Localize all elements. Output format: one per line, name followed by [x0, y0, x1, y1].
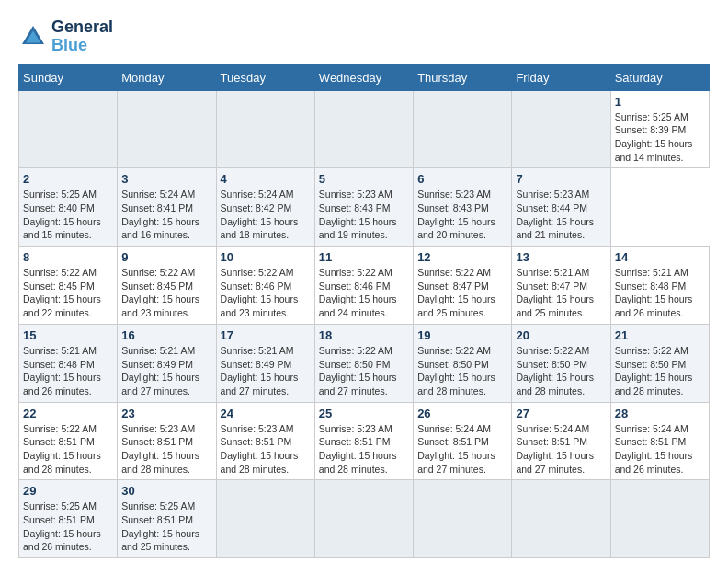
- calendar-cell: [118, 90, 216, 168]
- calendar-cell: 27 Sunrise: 5:24 AM Sunset: 8:51 PM Dayl…: [512, 402, 610, 480]
- sunset-text: Sunset: 8:42 PM: [221, 201, 311, 215]
- daylight-text: Daylight: 15 hours and 28 minutes.: [516, 371, 606, 397]
- daylight-text: Daylight: 15 hours and 25 minutes.: [516, 293, 606, 319]
- daylight-text: Daylight: 15 hours and 28 minutes.: [23, 449, 113, 476]
- daylight-text: Daylight: 15 hours and 25 minutes.: [121, 527, 211, 554]
- day-info: Sunrise: 5:22 AM Sunset: 8:46 PM Dayligh…: [221, 266, 311, 320]
- day-info: Sunrise: 5:22 AM Sunset: 8:45 PM Dayligh…: [23, 266, 113, 320]
- calendar-cell: 29 Sunrise: 5:25 AM Sunset: 8:51 PM Dayl…: [19, 480, 118, 558]
- sunrise-text: Sunrise: 5:23 AM: [319, 422, 409, 436]
- sunrise-text: Sunrise: 5:25 AM: [615, 110, 705, 124]
- day-info: Sunrise: 5:21 AM Sunset: 8:47 PM Dayligh…: [516, 266, 606, 320]
- daylight-text: Daylight: 15 hours and 26 minutes.: [615, 293, 705, 319]
- sunset-text: Sunset: 8:46 PM: [319, 280, 409, 293]
- sunrise-text: Sunrise: 5:23 AM: [121, 422, 211, 436]
- day-number: 21: [615, 328, 705, 342]
- daylight-text: Daylight: 15 hours and 21 minutes.: [516, 215, 606, 242]
- day-info: Sunrise: 5:23 AM Sunset: 8:51 PM Dayligh…: [121, 422, 211, 477]
- calendar-cell: 5 Sunrise: 5:23 AM Sunset: 8:43 PM Dayli…: [314, 168, 413, 247]
- day-number: 25: [319, 407, 409, 420]
- day-number: 16: [121, 328, 211, 342]
- day-info: Sunrise: 5:24 AM Sunset: 8:41 PM Dayligh…: [121, 188, 211, 242]
- page-header: General Blue: [18, 18, 710, 55]
- daylight-text: Daylight: 15 hours and 28 minutes.: [121, 449, 211, 476]
- calendar-cell: 30 Sunrise: 5:25 AM Sunset: 8:51 PM Dayl…: [118, 480, 216, 558]
- day-number: 29: [23, 484, 113, 498]
- calendar-cell: 9 Sunrise: 5:22 AM Sunset: 8:45 PM Dayli…: [118, 247, 216, 325]
- day-info: Sunrise: 5:23 AM Sunset: 8:51 PM Dayligh…: [319, 422, 409, 477]
- sunset-text: Sunset: 8:49 PM: [221, 358, 311, 372]
- sunrise-text: Sunrise: 5:22 AM: [221, 266, 311, 280]
- daylight-text: Daylight: 15 hours and 27 minutes.: [319, 371, 409, 397]
- day-number: 7: [516, 172, 606, 186]
- calendar-header-row: SundayMondayTuesdayWednesdayThursdayFrid…: [19, 64, 710, 90]
- sunset-text: Sunset: 8:50 PM: [417, 358, 507, 372]
- sunset-text: Sunset: 8:48 PM: [615, 280, 705, 293]
- sunset-text: Sunset: 8:48 PM: [23, 358, 113, 372]
- sunrise-text: Sunrise: 5:22 AM: [417, 344, 507, 358]
- sunrise-text: Sunrise: 5:24 AM: [615, 422, 705, 436]
- daylight-text: Daylight: 15 hours and 28 minutes.: [319, 449, 409, 476]
- sunrise-text: Sunrise: 5:23 AM: [417, 188, 507, 201]
- calendar-cell: [19, 90, 118, 168]
- calendar-cell: [414, 90, 512, 168]
- day-number: 3: [121, 172, 211, 186]
- sunrise-text: Sunrise: 5:22 AM: [319, 344, 409, 358]
- calendar-week-row: 2 Sunrise: 5:25 AM Sunset: 8:40 PM Dayli…: [19, 168, 710, 247]
- day-number: 9: [121, 250, 211, 264]
- day-number: 19: [417, 328, 507, 342]
- day-info: Sunrise: 5:24 AM Sunset: 8:51 PM Dayligh…: [615, 422, 705, 477]
- day-of-week-saturday: Saturday: [610, 64, 709, 90]
- sunrise-text: Sunrise: 5:23 AM: [221, 422, 311, 436]
- sunrise-text: Sunrise: 5:25 AM: [121, 500, 211, 513]
- calendar-week-row: 29 Sunrise: 5:25 AM Sunset: 8:51 PM Dayl…: [19, 480, 710, 558]
- daylight-text: Daylight: 15 hours and 24 minutes.: [319, 293, 409, 319]
- day-of-week-monday: Monday: [118, 64, 216, 90]
- sunset-text: Sunset: 8:41 PM: [121, 201, 211, 215]
- day-info: Sunrise: 5:21 AM Sunset: 8:49 PM Dayligh…: [221, 344, 311, 398]
- day-of-week-tuesday: Tuesday: [216, 64, 314, 90]
- sunrise-text: Sunrise: 5:22 AM: [516, 344, 606, 358]
- sunset-text: Sunset: 8:46 PM: [221, 280, 311, 293]
- day-number: 5: [319, 172, 409, 186]
- sunset-text: Sunset: 8:51 PM: [23, 513, 113, 527]
- sunset-text: Sunset: 8:43 PM: [417, 201, 507, 215]
- calendar-cell: 25 Sunrise: 5:23 AM Sunset: 8:51 PM Dayl…: [314, 402, 413, 480]
- calendar-cell: 19 Sunrise: 5:22 AM Sunset: 8:50 PM Dayl…: [414, 324, 512, 402]
- sunrise-text: Sunrise: 5:21 AM: [221, 344, 311, 358]
- day-number: 2: [23, 172, 113, 186]
- calendar-week-row: 22 Sunrise: 5:22 AM Sunset: 8:51 PM Dayl…: [19, 402, 710, 480]
- day-number: 17: [221, 328, 311, 342]
- day-info: Sunrise: 5:21 AM Sunset: 8:49 PM Dayligh…: [121, 344, 211, 398]
- calendar-cell: 21 Sunrise: 5:22 AM Sunset: 8:50 PM Dayl…: [610, 324, 709, 402]
- daylight-text: Daylight: 15 hours and 20 minutes.: [417, 215, 507, 242]
- sunrise-text: Sunrise: 5:22 AM: [615, 344, 705, 358]
- calendar-cell: 8 Sunrise: 5:22 AM Sunset: 8:45 PM Dayli…: [19, 247, 118, 325]
- daylight-text: Daylight: 15 hours and 22 minutes.: [23, 293, 113, 319]
- calendar-cell: [512, 480, 610, 558]
- logo-icon: [18, 22, 48, 52]
- calendar-table: SundayMondayTuesdayWednesdayThursdayFrid…: [18, 64, 710, 559]
- day-number: 24: [221, 407, 311, 420]
- day-number: 10: [221, 250, 311, 264]
- sunset-text: Sunset: 8:51 PM: [417, 435, 507, 449]
- day-info: Sunrise: 5:22 AM Sunset: 8:47 PM Dayligh…: [417, 266, 507, 320]
- sunrise-text: Sunrise: 5:22 AM: [417, 266, 507, 280]
- day-info: Sunrise: 5:24 AM Sunset: 8:42 PM Dayligh…: [221, 188, 311, 242]
- day-info: Sunrise: 5:22 AM Sunset: 8:50 PM Dayligh…: [516, 344, 606, 398]
- day-number: 1: [615, 95, 705, 109]
- daylight-text: Daylight: 15 hours and 26 minutes.: [615, 449, 705, 476]
- sunset-text: Sunset: 8:47 PM: [516, 280, 606, 293]
- sunset-text: Sunset: 8:47 PM: [417, 280, 507, 293]
- sunset-text: Sunset: 8:51 PM: [121, 513, 211, 527]
- calendar-cell: 17 Sunrise: 5:21 AM Sunset: 8:49 PM Dayl…: [216, 324, 314, 402]
- calendar-cell: 2 Sunrise: 5:25 AM Sunset: 8:40 PM Dayli…: [19, 168, 118, 247]
- daylight-text: Daylight: 15 hours and 27 minutes.: [121, 371, 211, 397]
- day-info: Sunrise: 5:23 AM Sunset: 8:51 PM Dayligh…: [221, 422, 311, 477]
- day-of-week-friday: Friday: [512, 64, 610, 90]
- day-number: 4: [221, 172, 311, 186]
- sunrise-text: Sunrise: 5:22 AM: [23, 266, 113, 280]
- calendar-cell: 7 Sunrise: 5:23 AM Sunset: 8:44 PM Dayli…: [512, 168, 610, 247]
- sunset-text: Sunset: 8:50 PM: [615, 358, 705, 372]
- sunrise-text: Sunrise: 5:25 AM: [23, 500, 113, 513]
